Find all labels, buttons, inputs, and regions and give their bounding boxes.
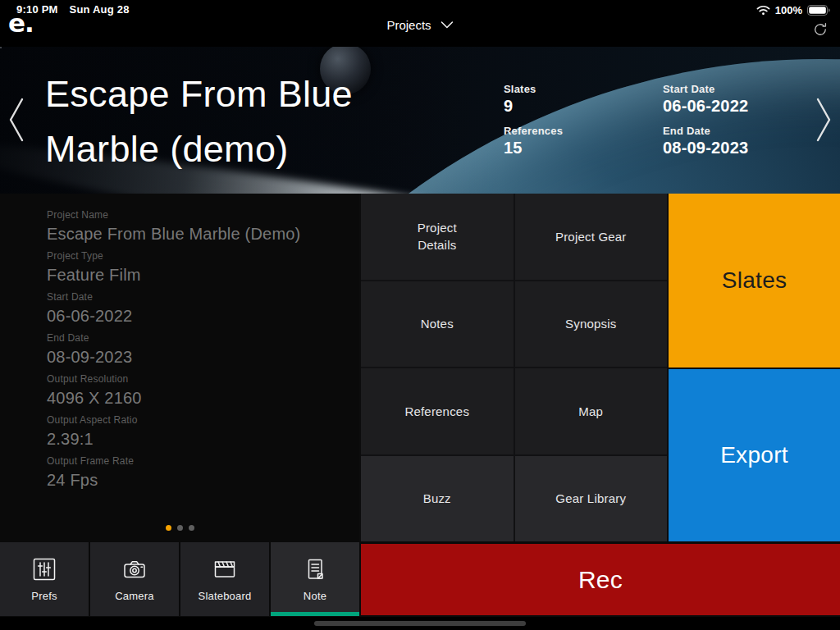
field-end-date: End Date 08-09-2023: [47, 332, 359, 367]
slates-button[interactable]: Slates: [669, 194, 840, 368]
next-project-chevron[interactable]: [814, 96, 833, 144]
app-logo: e.: [8, 8, 34, 38]
field-value: 24 Fps: [47, 470, 359, 490]
date: Sun Aug 28: [70, 3, 130, 16]
wifi-icon: [756, 5, 770, 16]
field-output-frame-rate: Output Frame Rate 24 Fps: [47, 455, 359, 490]
toolbar-item-label: Prefs: [31, 590, 57, 602]
field-label: Output Frame Rate: [47, 455, 359, 467]
field-value: 08-09-2023: [47, 347, 359, 367]
field-value: Feature Film: [47, 265, 359, 285]
toolbar-item-note[interactable]: Note: [271, 542, 359, 616]
status-right: 100%: [756, 4, 830, 16]
field-project-type: Project Type Feature Film: [47, 250, 359, 285]
field-label: Project Type: [47, 250, 359, 262]
clapperboard-icon: [212, 556, 238, 582]
camera-icon: [121, 556, 148, 582]
stat-value: 15: [504, 139, 663, 158]
stat-label: Start Date: [663, 83, 748, 95]
menu-grid: Project Details Project Gear Notes Synop…: [361, 194, 667, 541]
rec-button[interactable]: Rec: [361, 544, 840, 615]
stat-label: References: [504, 125, 663, 137]
project-title: Escape From Blue Marble (demo): [45, 66, 431, 176]
sync-icon[interactable]: [812, 21, 829, 38]
project-hero-banner: Escape From Blue Marble (demo) Slates 9 …: [0, 47, 840, 194]
stat-value: 06-06-2022: [663, 97, 748, 116]
page-indicator: [0, 525, 359, 531]
stat-references: References 15: [504, 125, 663, 158]
menu-item-project-gear[interactable]: Project Gear: [515, 194, 668, 280]
home-indicator[interactable]: [314, 621, 526, 626]
menu-item-references[interactable]: References: [361, 368, 514, 454]
field-label: Output Resolution: [47, 373, 359, 385]
field-value: Escape From Blue Marble (Demo): [47, 224, 359, 244]
field-value: 4096 X 2160: [47, 388, 359, 408]
chevron-down-icon: [441, 21, 454, 29]
status-bar: 9:10 PM Sun Aug 28 e. Projects 100%: [0, 0, 840, 47]
stat-label: End Date: [663, 125, 748, 137]
stat-start-date: Start Date 06-06-2022: [663, 83, 748, 116]
field-project-name: Project Name Escape From Blue Marble (De…: [47, 209, 359, 244]
battery-icon: [807, 5, 830, 16]
field-label: End Date: [47, 332, 359, 344]
stat-slates: Slates 9: [504, 83, 663, 116]
field-value: 2.39:1: [47, 429, 359, 449]
sliders-icon: [31, 556, 57, 582]
page-dot-1[interactable]: [166, 525, 171, 531]
export-button[interactable]: Export: [669, 369, 840, 541]
hero-stats: Slates 9 References 15 Start Date 06-06-…: [504, 83, 748, 158]
field-start-date: Start Date 06-06-2022: [47, 291, 359, 326]
field-output-aspect-ratio: Output Aspect Ratio 2.39:1: [47, 414, 359, 449]
projects-dropdown[interactable]: Projects: [386, 18, 453, 32]
main-content: Project Name Escape From Blue Marble (De…: [0, 194, 840, 541]
field-value: 06-06-2022: [47, 306, 359, 326]
stat-value: 9: [504, 97, 663, 116]
page-dot-2[interactable]: [177, 525, 183, 531]
stat-label: Slates: [504, 83, 663, 95]
toolbar-item-label: Slateboard: [199, 590, 252, 602]
toolbar-item-label: Camera: [115, 590, 153, 602]
page-dot-3[interactable]: [189, 525, 194, 531]
toolbar-item-slateboard[interactable]: Slateboard: [180, 542, 269, 616]
toolbar-item-camera[interactable]: Camera: [90, 542, 179, 616]
note-icon: [302, 556, 328, 582]
field-label: Project Name: [47, 209, 359, 221]
field-label: Output Aspect Ratio: [47, 414, 359, 426]
field-output-resolution: Output Resolution 4096 X 2160: [47, 373, 359, 408]
menu-item-map[interactable]: Map: [515, 368, 668, 454]
bottom-toolbar: Prefs Camera Slateboard: [0, 541, 840, 617]
stat-end-date: End Date 08-09-2023: [663, 125, 748, 158]
menu-item-project-details[interactable]: Project Details: [361, 194, 514, 280]
toolbar-item-prefs[interactable]: Prefs: [0, 542, 89, 616]
menu-item-synopsis[interactable]: Synopsis: [515, 281, 668, 368]
previous-project-chevron[interactable]: [7, 96, 26, 144]
menu-item-buzz[interactable]: Buzz: [361, 456, 514, 542]
menu-item-gear-library[interactable]: Gear Library: [515, 456, 668, 542]
app-screen: 9:10 PM Sun Aug 28 e. Projects 100%: [0, 0, 840, 630]
field-label: Start Date: [47, 291, 359, 303]
project-details-panel: Project Name Escape From Blue Marble (De…: [0, 194, 359, 541]
active-tab-underline: [271, 612, 359, 616]
stat-value: 08-09-2023: [663, 139, 748, 158]
projects-dropdown-label: Projects: [386, 18, 431, 32]
battery-percent: 100%: [775, 4, 802, 16]
toolbar-item-label: Note: [304, 590, 326, 602]
menu-item-notes[interactable]: Notes: [361, 281, 514, 368]
